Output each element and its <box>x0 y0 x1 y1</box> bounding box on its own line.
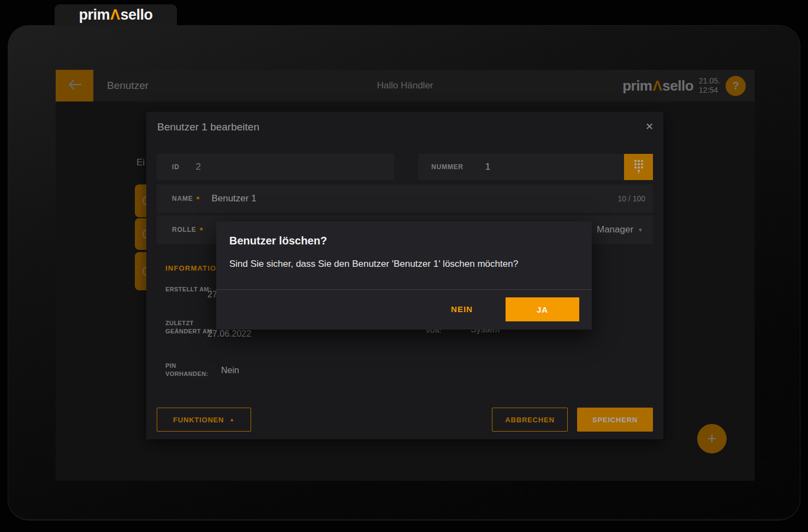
confirm-title: Benutzer löschen? <box>229 235 327 247</box>
primasello-logo: primΛsello <box>79 7 152 23</box>
app-screen: Benutzer Hallo Händler primΛsello 21.05.… <box>56 70 754 481</box>
confirm-message: Sind Sie sicher, dass Sie den Benutzer '… <box>229 259 518 270</box>
desktop-background: primΛsello Benutzer Hallo Händler primΛs… <box>0 0 808 532</box>
nein-button[interactable]: NEIN <box>435 297 489 321</box>
divider <box>216 289 592 290</box>
logo-lambda-icon: Λ <box>110 7 121 23</box>
ja-button[interactable]: JA <box>506 297 579 321</box>
delete-confirm-dialog: Benutzer löschen? Sind Sie sicher, dass … <box>216 222 592 330</box>
browser-tab[interactable]: primΛsello <box>55 4 177 25</box>
